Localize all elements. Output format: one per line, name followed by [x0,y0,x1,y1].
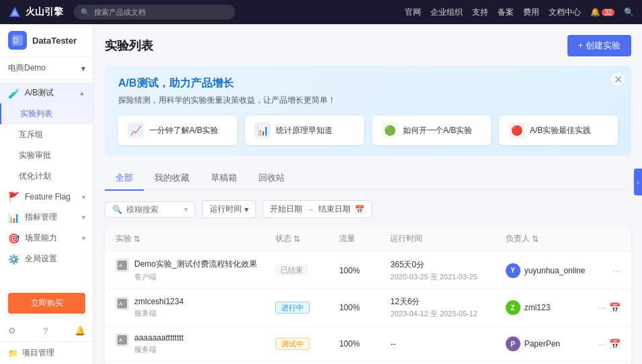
feature-flag-label: Feature Flag [25,192,71,201]
top-search-icon[interactable]: 🔍 [624,7,634,17]
project-name: 电商Demo [8,62,46,74]
nav-link-beian[interactable]: 备案 [498,7,514,18]
nav-link-support[interactable]: 支持 [472,7,488,18]
create-experiment-button[interactable]: + 创建实验 [567,35,631,56]
owner-avatar: Y [506,263,520,278]
sidebar-item-experiment-audit[interactable]: 实验审批 [0,145,93,166]
sidebar-item-project-mgmt[interactable]: 📁 项目管理 [0,341,93,364]
sidebar-item-optimize-plan[interactable]: 优化计划 [0,166,93,187]
table-row[interactable]: A aaaaaaatttttttt 服务端 调试中 100% -- P Pape… [105,326,631,362]
sidebar-item-global-settings[interactable]: ⚙️ 全局设置 [0,248,93,269]
tab-trash[interactable]: 回收站 [248,167,295,191]
global-settings-label: 全局设置 [25,253,57,265]
row-flow: 100% [339,339,390,349]
sidebar-label-ab-test: A/B测试 [25,87,54,99]
row-status: 调试中 [275,339,339,349]
help-icon[interactable]: ? [43,326,48,336]
banner-close-button[interactable]: ✕ [611,73,625,86]
project-selector[interactable]: 电商Demo ▾ [0,57,93,80]
search-icon: 🔍 [81,8,90,17]
calendar-action-icon[interactable]: 📅 [609,302,621,313]
svg-text:A: A [119,263,123,269]
sidebar-bottom-icons: ⚙ ? 🔔 [0,320,93,341]
bell-icon[interactable]: 🔔 [75,326,85,336]
banner-card-1[interactable]: 📊 统计原理早知道 [245,116,364,145]
owner-name: yuyunhua_online [524,266,586,275]
scene-label: 场景能力 [25,232,57,244]
tab-favorites[interactable]: 我的收藏 [144,167,200,191]
nav-links: 官网 企业组织 支持 备案 费用 文档中心 🔔32 🔍 [405,7,634,18]
sidebar-item-scene-ability[interactable]: 🎯 场景能力 ▾ [0,228,93,248]
nav-link-docs[interactable]: 文档中心 [549,7,581,18]
sidebar-item-experiment-list[interactable]: 实验列表 [0,103,93,124]
svg-text:A: A [119,301,123,307]
row-type-icon: A [116,297,129,310]
row-time-range: 2020-03-25 至 2021-03-25 [390,272,505,282]
owner-name: PaperPen [524,339,560,349]
sidebar-footer: 立即购买 [0,286,93,320]
table-header: 实验 ⇅ 状态 ⇅ 流量 运行时间 负责人 ⇅ [105,226,631,252]
project-mgmt-label: 项目管理 [22,347,54,359]
banner-card-3[interactable]: 🔴 A/B实验最佳实践 [499,116,618,145]
th-status-sort-icon: ⇅ [293,234,300,244]
search-placeholder: 搜索产品或文档 [94,7,146,17]
row-owner: P PaperPen [506,336,595,351]
metrics-chevron-icon: ▾ [82,214,85,221]
filter-search-icon: 🔍 [112,205,122,214]
row-name-block: Demo实验_测试付费流程转化效果 客户端 [134,259,257,282]
nav-link-feiyong[interactable]: 费用 [523,7,539,18]
row-more-icon[interactable]: ··· [612,265,621,276]
banner-card-icon-2: 🟢 [381,122,398,138]
sidebar-item-mutual-group[interactable]: 互斥组 [0,124,93,145]
ab-test-icon: 🧪 [8,88,19,99]
row-more-icon[interactable]: ··· [598,302,606,313]
nav-link-guanwang[interactable]: 官网 [405,7,421,18]
sidebar-item-feature-flag[interactable]: 🚩 Feature Flag ▾ [0,187,93,207]
th-owner[interactable]: 负责人 ⇅ [506,233,595,244]
calendar-icon: 📅 [355,205,365,214]
feature-flag-chevron-icon: ▾ [82,193,85,201]
calendar-action-icon[interactable]: 📅 [609,338,621,349]
th-experiment[interactable]: 实验 ⇅ [116,233,275,244]
banner-card-2[interactable]: 🟢 如何开一个A/B实验 [372,116,491,145]
row-experiment-name: zmlceshi1234 [134,297,183,306]
tab-all[interactable]: 全部 [105,167,144,191]
buy-now-button[interactable]: 立即购买 [8,293,85,314]
global-search[interactable]: 🔍 搜索产品或文档 [74,5,235,19]
sidebar-nav: 🧪 A/B测试 ▲ 实验列表 互斥组 实验审批 优化计划 🚩 Feature F… [0,80,93,272]
table-row[interactable]: A Demo实验_测试付费流程转化效果 客户端 已结束 100% 365天0分 … [105,252,631,289]
row-time: -- [390,339,505,349]
search-input[interactable] [126,205,180,214]
owner-avatar: P [506,336,520,351]
banner-card-text-0: 一分钟了解A/B实验 [149,125,218,136]
tab-drafts[interactable]: 草稿箱 [200,167,248,191]
row-more-icon[interactable]: ··· [598,338,606,349]
sidebar: D DataTester 电商Demo ▾ 🧪 A/B测试 ▲ 实验列表 互斥组… [0,24,94,364]
run-time-filter[interactable]: 运行时间 ▾ [202,200,256,218]
row-experiment-sub: 服务端 [134,345,183,355]
metrics-label: 指标管理 [25,212,57,223]
settings-icon[interactable]: ⚙ [8,326,16,336]
banner-card-icon-1: 📊 [255,122,271,138]
filter-dropdown-icon: ▾ [184,205,188,214]
feature-flag-icon: 🚩 [8,191,19,202]
status-badge: 进行中 [275,302,310,314]
th-owner-sort-icon: ⇅ [532,234,539,244]
banner-card-0[interactable]: 📈 一分钟了解A/B实验 [118,116,237,145]
start-date-filter[interactable]: 开始日期 → 结束日期 📅 [263,200,372,218]
row-actions: ··· 📅 [595,338,621,349]
banner-card-text-3: A/B实验最佳实践 [530,125,591,136]
sidebar-item-metrics-mgmt[interactable]: 📊 指标管理 ▾ [0,207,93,228]
global-settings-icon: ⚙️ [8,254,19,265]
right-panel-toggle[interactable]: › [634,169,642,195]
search-filter[interactable]: 🔍 ▾ [105,201,195,218]
th-run-time: 运行时间 [390,233,505,244]
notification-bell[interactable]: 🔔32 [590,7,614,17]
row-status: 进行中 [275,303,339,313]
th-status[interactable]: 状态 ⇅ [275,233,339,244]
row-flow: 100% [339,303,390,312]
nav-link-qiye[interactable]: 企业组织 [430,7,463,18]
table-row[interactable]: A zmlceshi1234 服务端 进行中 100% 12天6分 2023-0… [105,289,631,326]
row-experiment-sub: 客户端 [134,272,257,282]
sidebar-item-ab-test[interactable]: 🧪 A/B测试 ▲ [0,83,93,103]
